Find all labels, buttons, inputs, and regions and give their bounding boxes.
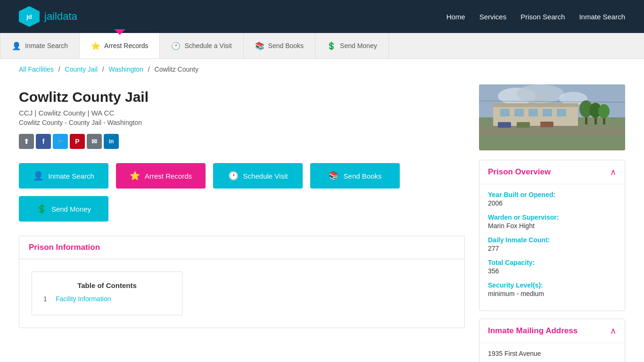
toc-title: Table of Contents [43,281,171,289]
svg-rect-8 [514,109,524,116]
toc-item: 1 Facility Information [43,295,171,303]
svg-rect-13 [498,122,511,128]
schedule-visit-label: Schedule a Visit [184,42,231,49]
email-icon[interactable]: ✉ [87,134,102,149]
prison-info-header: Prison Information [19,236,464,259]
secondary-nav-schedule-visit[interactable]: 🕐 Schedule a Visit [160,33,243,58]
prison-overview-header: Prison Overview ∧ [479,160,625,184]
mailing-address-header: Inmate Mailing Address ∧ [479,319,625,343]
facility-title: Cowlitz County Jail [19,89,465,105]
prison-info-body: Table of Contents 1 Facility Information [19,259,464,328]
inmate-search-btn-icon: 👤 [33,171,43,181]
send-money-button[interactable]: 💲 Send Money [19,196,108,222]
schedule-visit-btn-label: Schedule Visit [243,172,288,180]
svg-rect-7 [500,109,510,116]
svg-rect-14 [517,122,530,128]
secondary-navigation: 👤 Inmate Search ⭐ Arrest Records 🕐 Sched… [0,33,644,59]
facility-description: Cowlitz County - County Jail - Washingto… [19,119,465,126]
breadcrumb-county-jail[interactable]: County Jail [65,66,98,73]
warden-value: Marin Fox Hight [488,222,616,230]
prison-overview-card: Prison Overview ∧ Year Built or Opened: … [479,160,625,311]
content-right: Prison Overview ∧ Year Built or Opened: … [479,84,625,362]
send-books-btn-label: Send Books [344,172,382,180]
mailing-address-body: 1935 First Avenue [479,343,625,362]
toc-facility-info-link[interactable]: Facility Information [56,295,111,303]
pinterest-icon[interactable]: P [70,134,85,149]
linkedin-icon[interactable]: in [104,134,119,149]
table-of-contents: Table of Contents 1 Facility Information [32,272,182,315]
schedule-visit-button[interactable]: 🕐 Schedule Visit [213,163,303,189]
send-money-icon: 💲 [327,41,336,50]
twitter-icon[interactable]: 🐦 [53,134,68,149]
facility-image-svg [479,84,625,150]
facebook-icon[interactable]: f [36,134,51,149]
year-built-field: Year Built or Opened: 2006 [488,191,616,207]
svg-rect-11 [557,109,566,116]
prison-overview-title: Prison Overview [488,167,551,177]
secondary-nav-arrest-records[interactable]: ⭐ Arrest Records [80,33,160,58]
send-books-btn-icon: 📚 [329,171,339,181]
total-capacity-value: 356 [488,267,616,275]
schedule-visit-btn-icon: 🕐 [228,171,239,181]
arrest-records-label: Arrest Records [104,42,148,49]
send-books-button[interactable]: 📚 Send Books [310,163,400,189]
breadcrumb-all-facilities[interactable]: All Facilities [19,66,54,73]
arrest-records-btn-icon: ⭐ [130,171,140,181]
social-icons: ⬆ f 🐦 P ✉ in [19,134,465,149]
send-money-btn-label: Send Money [51,205,91,213]
nav-services[interactable]: Services [479,13,507,21]
svg-rect-6 [493,103,578,107]
top-navigation: jd jaildata Home Services Prison Search … [0,0,644,33]
schedule-visit-icon: 🕐 [171,41,181,50]
nav-inmate-search[interactable]: Inmate Search [579,13,625,21]
inmate-search-button[interactable]: 👤 Inmate Search [19,163,108,189]
share-icon[interactable]: ⬆ [19,134,34,149]
arrest-records-button[interactable]: ⭐ Arrest Records [116,163,206,189]
send-money-btn-icon: 💲 [36,204,47,214]
daily-count-field: Daily Inmate Count: 277 [488,236,616,252]
secondary-nav-inmate-search[interactable]: 👤 Inmate Search [0,33,80,58]
mailing-collapse-icon[interactable]: ∧ [610,326,616,336]
year-built-label: Year Built or Opened: [488,191,616,198]
mailing-address-text: 1935 First Avenue [488,350,616,357]
svg-point-21 [598,104,610,118]
nav-prison-search[interactable]: Prison Search [520,13,565,21]
daily-count-value: 277 [488,245,616,252]
nav-home[interactable]: Home [446,13,465,21]
action-buttons: 👤 Inmate Search ⭐ Arrest Records 🕐 Sched… [19,163,465,222]
svg-point-2 [517,84,564,103]
secondary-nav-send-money[interactable]: 💲 Send Money [315,33,389,58]
main-content: Cowlitz County Jail CCJ | Cowlitz County… [0,80,644,362]
svg-rect-9 [528,109,538,116]
total-capacity-label: Total Capacity: [488,259,616,266]
security-level-field: Security Level(s): minimum - medium [488,281,616,297]
secondary-nav-send-books[interactable]: 📚 Send Books [244,33,316,58]
facility-image [479,84,625,150]
breadcrumb-current: Cowlitz County [155,66,198,73]
mailing-address-card: Inmate Mailing Address ∧ 1935 First Aven… [479,319,625,362]
top-nav-links: Home Services Prison Search Inmate Searc… [446,13,625,21]
security-level-label: Security Level(s): [488,281,616,289]
breadcrumb-washington[interactable]: Washington [109,66,143,73]
arrest-records-icon: ⭐ [91,41,100,50]
logo-text: jaildata [44,10,77,23]
breadcrumb: All Facilities / County Jail / Washingto… [0,59,644,80]
warden-field: Warden or Supervisor: Marin Fox Hight [488,214,616,230]
inmate-search-label: Inmate Search [25,42,68,49]
inmate-search-btn-label: Inmate Search [48,172,94,180]
svg-rect-10 [543,109,552,116]
content-left: Cowlitz County Jail CCJ | Cowlitz County… [19,84,465,362]
logo[interactable]: jd jaildata [19,6,77,27]
mailing-address-title: Inmate Mailing Address [488,326,578,336]
prison-overview-body: Year Built or Opened: 2006 Warden or Sup… [479,184,625,311]
collapse-icon[interactable]: ∧ [610,167,616,177]
year-built-value: 2006 [488,199,616,207]
daily-count-label: Daily Inmate Count: [488,236,616,244]
inmate-search-icon: 👤 [12,41,21,50]
facility-abbreviations: CCJ | Cowlitz County | WA CC [19,109,465,117]
send-money-label: Send Money [340,42,377,49]
toc-num: 1 [43,295,51,303]
prison-info-title: Prison Information [29,243,455,252]
security-level-value: minimum - medium [488,290,616,297]
send-books-icon: 📚 [255,41,264,50]
